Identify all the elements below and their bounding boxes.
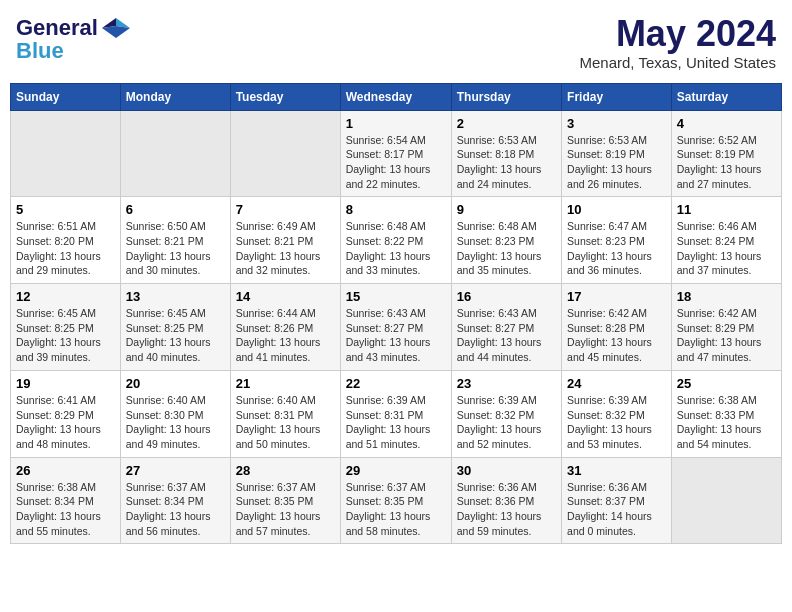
day-info: Sunrise: 6:44 AM Sunset: 8:26 PM Dayligh… <box>236 306 335 365</box>
day-info: Sunrise: 6:53 AM Sunset: 8:19 PM Dayligh… <box>567 133 666 192</box>
header-sunday: Sunday <box>11 83 121 110</box>
header-wednesday: Wednesday <box>340 83 451 110</box>
day-info: Sunrise: 6:53 AM Sunset: 8:18 PM Dayligh… <box>457 133 556 192</box>
day-number: 26 <box>16 463 115 478</box>
day-number: 30 <box>457 463 556 478</box>
calendar-cell: 21Sunrise: 6:40 AM Sunset: 8:31 PM Dayli… <box>230 370 340 457</box>
header-friday: Friday <box>562 83 672 110</box>
day-number: 27 <box>126 463 225 478</box>
day-info: Sunrise: 6:50 AM Sunset: 8:21 PM Dayligh… <box>126 219 225 278</box>
title-block: May 2024 Menard, Texas, United States <box>580 14 777 71</box>
day-number: 2 <box>457 116 556 131</box>
calendar-cell: 4Sunrise: 6:52 AM Sunset: 8:19 PM Daylig… <box>671 110 781 197</box>
day-number: 15 <box>346 289 446 304</box>
day-info: Sunrise: 6:46 AM Sunset: 8:24 PM Dayligh… <box>677 219 776 278</box>
day-info: Sunrise: 6:39 AM Sunset: 8:32 PM Dayligh… <box>567 393 666 452</box>
calendar-cell <box>230 110 340 197</box>
calendar-cell: 22Sunrise: 6:39 AM Sunset: 8:31 PM Dayli… <box>340 370 451 457</box>
header-thursday: Thursday <box>451 83 561 110</box>
calendar-cell <box>120 110 230 197</box>
calendar-cell: 20Sunrise: 6:40 AM Sunset: 8:30 PM Dayli… <box>120 370 230 457</box>
day-number: 1 <box>346 116 446 131</box>
day-number: 23 <box>457 376 556 391</box>
calendar-cell: 15Sunrise: 6:43 AM Sunset: 8:27 PM Dayli… <box>340 284 451 371</box>
day-info: Sunrise: 6:40 AM Sunset: 8:30 PM Dayligh… <box>126 393 225 452</box>
calendar-cell: 6Sunrise: 6:50 AM Sunset: 8:21 PM Daylig… <box>120 197 230 284</box>
week-row-2: 5Sunrise: 6:51 AM Sunset: 8:20 PM Daylig… <box>11 197 782 284</box>
calendar-header-row: SundayMondayTuesdayWednesdayThursdayFrid… <box>11 83 782 110</box>
calendar-table: SundayMondayTuesdayWednesdayThursdayFrid… <box>10 83 782 545</box>
day-info: Sunrise: 6:38 AM Sunset: 8:33 PM Dayligh… <box>677 393 776 452</box>
calendar-cell: 29Sunrise: 6:37 AM Sunset: 8:35 PM Dayli… <box>340 457 451 544</box>
calendar-cell: 2Sunrise: 6:53 AM Sunset: 8:18 PM Daylig… <box>451 110 561 197</box>
day-info: Sunrise: 6:54 AM Sunset: 8:17 PM Dayligh… <box>346 133 446 192</box>
header-saturday: Saturday <box>671 83 781 110</box>
day-number: 24 <box>567 376 666 391</box>
day-info: Sunrise: 6:42 AM Sunset: 8:29 PM Dayligh… <box>677 306 776 365</box>
logo-blue-text: Blue <box>16 38 64 64</box>
day-number: 22 <box>346 376 446 391</box>
calendar-cell: 8Sunrise: 6:48 AM Sunset: 8:22 PM Daylig… <box>340 197 451 284</box>
day-number: 14 <box>236 289 335 304</box>
calendar-cell: 16Sunrise: 6:43 AM Sunset: 8:27 PM Dayli… <box>451 284 561 371</box>
day-info: Sunrise: 6:39 AM Sunset: 8:31 PM Dayligh… <box>346 393 446 452</box>
calendar-cell: 30Sunrise: 6:36 AM Sunset: 8:36 PM Dayli… <box>451 457 561 544</box>
header-monday: Monday <box>120 83 230 110</box>
calendar-cell: 1Sunrise: 6:54 AM Sunset: 8:17 PM Daylig… <box>340 110 451 197</box>
day-number: 19 <box>16 376 115 391</box>
day-info: Sunrise: 6:40 AM Sunset: 8:31 PM Dayligh… <box>236 393 335 452</box>
calendar-cell <box>671 457 781 544</box>
day-info: Sunrise: 6:41 AM Sunset: 8:29 PM Dayligh… <box>16 393 115 452</box>
calendar-cell: 26Sunrise: 6:38 AM Sunset: 8:34 PM Dayli… <box>11 457 121 544</box>
logo-bird-icon <box>102 14 130 42</box>
day-number: 17 <box>567 289 666 304</box>
day-number: 18 <box>677 289 776 304</box>
day-info: Sunrise: 6:36 AM Sunset: 8:36 PM Dayligh… <box>457 480 556 539</box>
day-info: Sunrise: 6:45 AM Sunset: 8:25 PM Dayligh… <box>16 306 115 365</box>
week-row-5: 26Sunrise: 6:38 AM Sunset: 8:34 PM Dayli… <box>11 457 782 544</box>
calendar-cell: 31Sunrise: 6:36 AM Sunset: 8:37 PM Dayli… <box>562 457 672 544</box>
day-info: Sunrise: 6:43 AM Sunset: 8:27 PM Dayligh… <box>457 306 556 365</box>
day-number: 20 <box>126 376 225 391</box>
calendar-cell: 11Sunrise: 6:46 AM Sunset: 8:24 PM Dayli… <box>671 197 781 284</box>
day-number: 7 <box>236 202 335 217</box>
day-info: Sunrise: 6:36 AM Sunset: 8:37 PM Dayligh… <box>567 480 666 539</box>
day-info: Sunrise: 6:48 AM Sunset: 8:22 PM Dayligh… <box>346 219 446 278</box>
calendar-cell: 13Sunrise: 6:45 AM Sunset: 8:25 PM Dayli… <box>120 284 230 371</box>
day-number: 25 <box>677 376 776 391</box>
calendar-subtitle: Menard, Texas, United States <box>580 54 777 71</box>
day-info: Sunrise: 6:43 AM Sunset: 8:27 PM Dayligh… <box>346 306 446 365</box>
calendar-cell: 10Sunrise: 6:47 AM Sunset: 8:23 PM Dayli… <box>562 197 672 284</box>
calendar-title: May 2024 <box>580 14 777 54</box>
day-number: 8 <box>346 202 446 217</box>
day-number: 3 <box>567 116 666 131</box>
day-info: Sunrise: 6:52 AM Sunset: 8:19 PM Dayligh… <box>677 133 776 192</box>
week-row-1: 1Sunrise: 6:54 AM Sunset: 8:17 PM Daylig… <box>11 110 782 197</box>
calendar-cell: 25Sunrise: 6:38 AM Sunset: 8:33 PM Dayli… <box>671 370 781 457</box>
day-info: Sunrise: 6:49 AM Sunset: 8:21 PM Dayligh… <box>236 219 335 278</box>
header-tuesday: Tuesday <box>230 83 340 110</box>
day-number: 4 <box>677 116 776 131</box>
day-info: Sunrise: 6:47 AM Sunset: 8:23 PM Dayligh… <box>567 219 666 278</box>
day-info: Sunrise: 6:37 AM Sunset: 8:34 PM Dayligh… <box>126 480 225 539</box>
week-row-3: 12Sunrise: 6:45 AM Sunset: 8:25 PM Dayli… <box>11 284 782 371</box>
day-number: 10 <box>567 202 666 217</box>
page-header: General Blue May 2024 Menard, Texas, Uni… <box>10 10 782 75</box>
day-number: 29 <box>346 463 446 478</box>
day-number: 13 <box>126 289 225 304</box>
day-number: 11 <box>677 202 776 217</box>
day-number: 6 <box>126 202 225 217</box>
day-info: Sunrise: 6:37 AM Sunset: 8:35 PM Dayligh… <box>236 480 335 539</box>
calendar-cell: 24Sunrise: 6:39 AM Sunset: 8:32 PM Dayli… <box>562 370 672 457</box>
day-info: Sunrise: 6:42 AM Sunset: 8:28 PM Dayligh… <box>567 306 666 365</box>
calendar-cell: 27Sunrise: 6:37 AM Sunset: 8:34 PM Dayli… <box>120 457 230 544</box>
day-number: 21 <box>236 376 335 391</box>
calendar-cell: 7Sunrise: 6:49 AM Sunset: 8:21 PM Daylig… <box>230 197 340 284</box>
day-number: 9 <box>457 202 556 217</box>
svg-marker-2 <box>102 26 130 38</box>
calendar-cell: 19Sunrise: 6:41 AM Sunset: 8:29 PM Dayli… <box>11 370 121 457</box>
day-info: Sunrise: 6:38 AM Sunset: 8:34 PM Dayligh… <box>16 480 115 539</box>
day-number: 12 <box>16 289 115 304</box>
day-info: Sunrise: 6:48 AM Sunset: 8:23 PM Dayligh… <box>457 219 556 278</box>
calendar-cell: 17Sunrise: 6:42 AM Sunset: 8:28 PM Dayli… <box>562 284 672 371</box>
